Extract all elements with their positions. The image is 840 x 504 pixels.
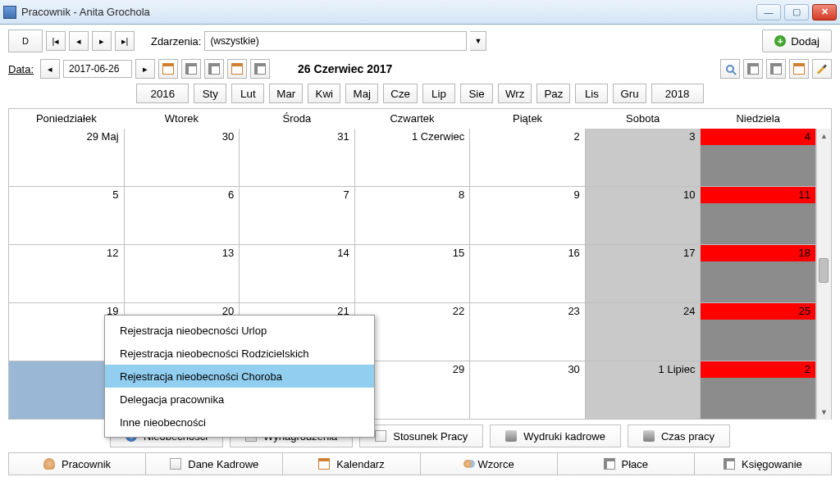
calendar-cell[interactable]: 18 <box>701 245 816 303</box>
month-button-kwi[interactable]: Kwi <box>308 84 340 103</box>
month-button-maj[interactable]: Maj <box>345 84 378 103</box>
month-title: 26 Czerwiec 2017 <box>298 62 392 75</box>
scroll-down-arrow-icon[interactable]: ▼ <box>817 405 831 420</box>
inner-tab-wydruki-kadrowe[interactable]: Wydruki kadrowe <box>490 425 621 447</box>
calendar-scrollbar[interactable]: ▲▼ <box>816 129 831 420</box>
nav-next-button[interactable]: ▸ <box>92 31 112 51</box>
calendar-cell[interactable]: 1 Lipiec <box>586 361 701 420</box>
calendar-cell[interactable]: 16 <box>470 245 586 303</box>
context-menu-item[interactable]: Delegacja pracownika <box>105 388 374 411</box>
calendar-cell[interactable]: 30 <box>470 361 586 420</box>
outer-tab-dane-kadrowe[interactable]: Dane Kadrowe <box>145 452 282 475</box>
calendar-cell[interactable]: 25 <box>701 303 816 361</box>
context-menu-item[interactable]: Rejestracja nieobecności Urlop <box>105 319 374 342</box>
calendar-cell[interactable]: 1 Czerwiec <box>355 129 471 187</box>
month-button-lip[interactable]: Lip <box>422 84 455 103</box>
calendar-cell[interactable]: 8 <box>355 187 471 245</box>
calendar-cell[interactable]: 6 <box>125 187 240 245</box>
calendar-cell-date: 12 <box>107 247 118 259</box>
doc-icon <box>170 458 181 470</box>
tool-icon-1[interactable] <box>743 59 763 79</box>
scroll-thumb[interactable] <box>819 258 829 283</box>
calendar-cell[interactable]: 2 <box>701 361 816 420</box>
tool-icon-3[interactable] <box>789 59 809 79</box>
print-icon <box>643 430 655 442</box>
calendar-cell[interactable]: 23 <box>470 303 586 361</box>
nav-prev-button[interactable]: ◂ <box>69 31 89 51</box>
minimize-button[interactable]: — <box>756 4 781 20</box>
month-button-wrz[interactable]: Wrz <box>498 84 532 103</box>
outer-tab-płace[interactable]: Płace <box>557 452 694 475</box>
calendar-cell[interactable]: 24 <box>586 303 701 361</box>
calendar-cell[interactable]: 9 <box>470 187 586 245</box>
calendar-cell[interactable]: 14 <box>240 245 355 303</box>
calendar-cell-date: 15 <box>453 247 464 259</box>
calendar-cell[interactable]: 10 <box>586 187 701 245</box>
outer-tab-wzorce[interactable]: Wzorce <box>420 452 557 475</box>
edit-pencil-button[interactable] <box>812 59 832 79</box>
calendar-cell-date: 13 <box>222 247 234 259</box>
tool-icon-2[interactable] <box>766 59 786 79</box>
date-input[interactable]: 2017-06-26 <box>63 60 132 78</box>
calendar-header-cell: Czwartek <box>355 109 471 129</box>
calendar-cell-date: 6 <box>228 188 234 201</box>
month-button-sty[interactable]: Sty <box>194 84 226 103</box>
calendar-cell[interactable]: 29 Maj <box>9 129 125 187</box>
calendar-cell[interactable]: 31 <box>240 129 355 187</box>
calendar-cell[interactable]: 12 <box>9 245 125 303</box>
view-square3-icon[interactable] <box>227 59 247 79</box>
calendar-cell[interactable]: 11 <box>701 187 816 245</box>
outer-tab-księgowanie[interactable]: Księgowanie <box>694 452 832 475</box>
calendar-cell-body <box>701 203 815 244</box>
month-button-sie[interactable]: Sie <box>460 84 493 103</box>
events-select[interactable]: (wszystkie) <box>204 31 467 51</box>
calendar-cell[interactable]: 5 <box>9 187 125 245</box>
date-next-button[interactable]: ▸ <box>135 59 155 79</box>
view-square2-icon[interactable] <box>204 59 224 79</box>
outer-tab-pracownik[interactable]: Pracownik <box>8 452 145 475</box>
month-button-gru[interactable]: Gru <box>613 84 646 103</box>
calendar-cell[interactable]: 17 <box>586 245 701 303</box>
prev-year-button[interactable]: 2016 <box>136 84 189 103</box>
add-button[interactable]: + Dodaj <box>762 30 832 52</box>
date-prev-button[interactable]: ◂ <box>40 59 60 79</box>
month-button-lut[interactable]: Lut <box>231 84 264 103</box>
d-button[interactable]: D <box>8 30 43 52</box>
month-button-cze[interactable]: Cze <box>383 84 418 103</box>
context-menu: Rejestracja nieobecności UrlopRejestracj… <box>104 315 375 438</box>
inner-tab-czas-pracy[interactable]: Czas pracy <box>628 425 730 447</box>
scroll-up-arrow-icon[interactable]: ▲ <box>817 129 831 143</box>
search-icon-button[interactable] <box>720 59 740 79</box>
month-button-lis[interactable]: Lis <box>575 84 608 103</box>
next-year-button[interactable]: 2018 <box>651 84 704 103</box>
close-button[interactable]: ✕ <box>812 4 837 20</box>
nav-first-button[interactable]: |◂ <box>46 31 66 51</box>
month-button-mar[interactable]: Mar <box>269 84 303 103</box>
calendar-cell[interactable]: 2 <box>470 129 586 187</box>
calendar-cell[interactable]: 30 <box>125 129 240 187</box>
calendar-cell-date: 31 <box>337 130 349 143</box>
view-square4-icon[interactable] <box>250 59 270 79</box>
calendar-cell[interactable]: 4 <box>701 129 816 187</box>
calendar-cell[interactable]: 15 <box>355 245 471 303</box>
tab-label: Księgowanie <box>742 458 802 470</box>
calendar-header-cell: Piątek <box>470 109 586 129</box>
inner-tab-stosunek-pracy[interactable]: Stosunek Pracy <box>359 425 483 447</box>
context-menu-item[interactable]: Inne nieobecności <box>105 411 374 434</box>
maximize-button[interactable]: ▢ <box>784 4 809 20</box>
calendar-cell[interactable]: 7 <box>240 187 355 245</box>
context-menu-item[interactable]: Rejestracja nieobecności Choroba <box>105 365 374 388</box>
view-square1-icon[interactable] <box>181 59 201 79</box>
context-menu-item[interactable]: Rejestracja nieobecności Rodzicielskich <box>105 342 374 365</box>
calendar-cell[interactable]: 13 <box>125 245 240 303</box>
calendar-cell-date: 17 <box>683 247 695 259</box>
tab-label: Wydruki kadrowe <box>523 430 605 443</box>
view-cal-orange-icon[interactable] <box>158 59 178 79</box>
month-button-paz[interactable]: Paz <box>536 84 570 103</box>
outer-tab-bar: PracownikDane KadroweKalendarzWzorcePłac… <box>8 452 832 475</box>
nav-last-button[interactable]: ▸| <box>115 31 135 51</box>
events-select-arrow[interactable]: ▼ <box>470 31 486 51</box>
calendar-cell[interactable]: 3 <box>586 129 701 187</box>
outer-tab-kalendarz[interactable]: Kalendarz <box>282 452 419 475</box>
calendar-cell-date: 5 <box>112 188 118 201</box>
